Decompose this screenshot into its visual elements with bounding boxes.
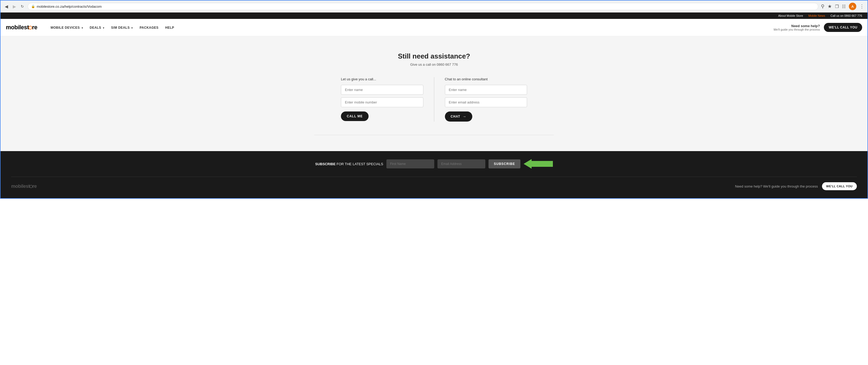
subscribe-section: SUBSCRIBE FOR THE LATEST SPECIALS SUBSCR…	[11, 159, 857, 169]
profile-avatar[interactable]: A	[849, 3, 856, 10]
top-bar: About Mobile Store Mobile News Call us o…	[1, 12, 867, 19]
chat-button[interactable]: CHAT →	[445, 112, 472, 122]
call-us-text: Call us on 0860 667 776	[831, 14, 862, 17]
tab-search-icon[interactable]: ☷	[842, 4, 846, 9]
page-title: Still need assistance?	[398, 52, 470, 60]
chat-arrow-icon: →	[462, 114, 466, 119]
arrow-body	[532, 161, 553, 167]
contact-panels: Let us give you a call... CALL ME Chat t…	[341, 77, 527, 122]
subscribe-email-input[interactable]	[437, 159, 485, 169]
call-name-input[interactable]	[341, 85, 423, 95]
mobile-news-link[interactable]: Mobile News	[808, 14, 825, 17]
call-me-panel: Let us give you a call... CALL ME	[341, 77, 434, 122]
call-me-button[interactable]: CALL ME	[341, 112, 369, 121]
call-phone-input[interactable]	[341, 97, 423, 107]
nav-mobile-devices[interactable]: MOBILE DEVICES ▾	[48, 25, 86, 30]
chat-email-input[interactable]	[445, 97, 527, 107]
bookmark-icon[interactable]: ★	[828, 3, 832, 9]
page-subtitle: Give us a call on 0860 667 776	[410, 62, 458, 66]
extensions-icon[interactable]: ❐	[835, 4, 839, 9]
footer-help-text: Need some help? We'll guide you through …	[735, 184, 818, 188]
footer-bottom: mobilestre Need some help? We'll guide y…	[11, 177, 857, 190]
lock-icon: 🔒	[31, 4, 35, 8]
site-logo[interactable]: mobilestre	[6, 24, 37, 31]
chrome-menu-icon[interactable]: ⋮	[860, 3, 864, 9]
subscribe-button[interactable]: SUBSCRIBE	[489, 159, 520, 169]
main-content: Still need assistance? Give us a call on…	[1, 36, 867, 151]
forward-button[interactable]: ▶	[12, 3, 17, 10]
well-call-you-footer-button[interactable]: WE'LL CALL YOU	[822, 182, 857, 190]
chat-panel: Chat to an online consultant CHAT →	[434, 77, 527, 122]
well-call-you-header-button[interactable]: WE'LL CALL YOU	[824, 23, 862, 32]
about-link[interactable]: About Mobile Store	[778, 14, 803, 17]
nav-packages[interactable]: PACKAGES	[137, 25, 161, 30]
search-icon[interactable]: ⚲	[821, 3, 825, 9]
nav-links: MOBILE DEVICES ▾ DEALS ▾ SIM DEALS ▾ PAC…	[48, 25, 177, 30]
need-help-label: Need some help?	[774, 24, 820, 28]
nav-deals[interactable]: DEALS ▾	[87, 25, 107, 30]
address-bar[interactable]: 🔒 mobilestore.co.za/help/contracts/Vodac…	[28, 3, 818, 10]
subscribe-label: SUBSCRIBE FOR THE LATEST SPECIALS	[315, 162, 383, 166]
chat-panel-title: Chat to an online consultant	[445, 77, 527, 81]
reload-button[interactable]: ↻	[20, 3, 25, 9]
chat-name-input[interactable]	[445, 85, 527, 95]
main-navbar: mobilestre MOBILE DEVICES ▾ DEALS ▾ SIM …	[1, 19, 867, 36]
guide-text: We'll guide you through the process	[774, 28, 820, 31]
subscribe-firstname-input[interactable]	[386, 159, 434, 169]
header-help-text: Need some help? We'll guide you through …	[774, 24, 820, 31]
divider	[314, 135, 554, 135]
nav-sim-deals[interactable]: SIM DEALS ▾	[108, 25, 135, 30]
navbar-right: Need some help? We'll guide you through …	[774, 23, 862, 32]
green-arrow-decoration	[524, 159, 553, 169]
site-footer: SUBSCRIBE FOR THE LATEST SPECIALS SUBSCR…	[1, 151, 867, 198]
footer-right: Need some help? We'll guide you through …	[735, 182, 857, 190]
call-panel-title: Let us give you a call...	[341, 77, 423, 81]
footer-logo: mobilestre	[11, 184, 37, 189]
url-text: mobilestore.co.za/help/contracts/Vodacom	[37, 4, 815, 8]
back-button[interactable]: ◀	[4, 3, 9, 10]
nav-help[interactable]: HELP	[162, 25, 177, 30]
arrow-head	[524, 159, 532, 169]
